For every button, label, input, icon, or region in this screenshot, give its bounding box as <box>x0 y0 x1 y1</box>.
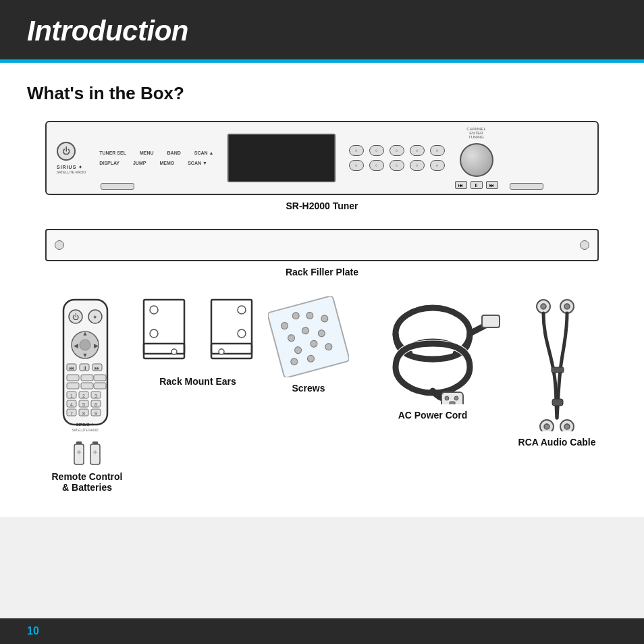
svg-text:4: 4 <box>70 402 73 407</box>
svg-text:SATELLITE RADIO: SATELLITE RADIO <box>72 429 99 432</box>
preset-4: ○ <box>410 145 425 156</box>
svg-rect-22 <box>94 383 106 389</box>
btn-display: DISPLAY <box>99 161 119 165</box>
svg-text:1: 1 <box>70 394 73 398</box>
svg-rect-88 <box>552 399 563 406</box>
page-title: Introduction <box>27 15 188 47</box>
btn-jump: JUMP <box>133 161 146 165</box>
preset-7: ○ <box>369 160 384 171</box>
tuner-container: SIRIUS ✦ SATELLITE RADIO TUNER SEL MENU … <box>27 121 617 222</box>
preset-1: ○ <box>349 145 364 156</box>
rack-ears-col: Rack Mount Ears <box>140 296 255 398</box>
main-content: What's in the Box? SIRIUS ✦ SATELLITE RA… <box>0 63 644 517</box>
sirius-logo: SIRIUS ✦ <box>57 165 83 170</box>
svg-text:9: 9 <box>95 411 97 416</box>
btn-menu: MENU <box>140 151 154 155</box>
rack-ears-label: Rack Mount Ears <box>159 376 236 387</box>
svg-text:6: 6 <box>95 402 97 407</box>
svg-text:⏭: ⏭ <box>95 365 100 371</box>
svg-rect-19 <box>94 375 106 381</box>
rack-screw-right <box>580 240 589 250</box>
svg-text:◀: ◀ <box>74 342 78 349</box>
rack-screw-left <box>55 240 64 250</box>
btn-memo: MEMO <box>159 161 174 165</box>
power-cord-label: AC Power Cord <box>398 410 468 421</box>
svg-point-6 <box>80 340 90 350</box>
preset-6: ○ <box>349 160 364 171</box>
tuner-presets: ○ ○ ○ ○ ○ ○ ○ ○ ○ ○ <box>349 145 445 171</box>
rack-filler-plate <box>45 229 599 261</box>
screws-col: Screws <box>255 296 362 404</box>
tuner-buttons: TUNER SEL MENU BAND SCAN ▲ DISPLAY JUMP … <box>99 151 213 165</box>
svg-point-58 <box>238 306 246 314</box>
svg-text:3: 3 <box>95 394 97 398</box>
svg-rect-57 <box>211 344 252 358</box>
tuner-main-knob <box>460 143 493 177</box>
svg-point-84 <box>541 304 546 309</box>
tuner-right-controls: CHANNELENTERTUNING ⏮ ⏸ ⏭ <box>455 127 498 189</box>
header-bar: Introduction <box>0 0 644 59</box>
preset-5: ○ <box>430 145 445 156</box>
svg-rect-18 <box>81 375 93 381</box>
screws-illustration <box>268 296 349 377</box>
tuner-illustration: SIRIUS ✦ SATELLITE RADIO TUNER SEL MENU … <box>45 121 599 195</box>
svg-text:5: 5 <box>82 402 85 407</box>
svg-rect-17 <box>67 375 79 381</box>
tuner-btn-row-1: TUNER SEL MENU BAND SCAN ▲ <box>99 151 213 155</box>
battery-1 <box>74 441 84 466</box>
rack-ears-illustration <box>140 296 255 371</box>
screws-label: Screws <box>292 383 325 394</box>
btn-scan-up: SCAN ▲ <box>194 151 214 155</box>
svg-text:✦: ✦ <box>92 314 98 321</box>
svg-point-81 <box>454 396 458 400</box>
tuner-display-screen <box>227 134 336 182</box>
btn-band: BAND <box>167 151 181 155</box>
preset-row-2: ○ ○ ○ ○ ○ <box>349 160 445 171</box>
tuner-left-section: SIRIUS ✦ SATELLITE RADIO <box>57 142 86 174</box>
svg-text:7: 7 <box>70 411 73 416</box>
svg-text:⏮: ⏮ <box>69 365 74 371</box>
remote-col: ⏻ ✦ ▲ ▼ ◀ ▶ ⏮ ⏸ ⏭ <box>34 296 140 504</box>
svg-rect-21 <box>81 383 93 389</box>
svg-point-59 <box>238 329 246 338</box>
svg-rect-87 <box>552 367 564 373</box>
rack-filler-container: Rack Filler Plate <box>27 229 617 288</box>
page-number: 10 <box>27 625 39 637</box>
preset-row-1: ○ ○ ○ ○ ○ <box>349 145 445 156</box>
remote-control-illustration: ⏻ ✦ ▲ ▼ ◀ ▶ ⏮ ⏸ ⏭ <box>57 296 117 438</box>
svg-point-80 <box>445 396 449 400</box>
btn-scan-down: SCAN ▼ <box>188 161 207 165</box>
svg-point-60 <box>219 349 224 354</box>
power-cord-illustration <box>362 296 504 404</box>
preset-8: ○ <box>390 160 404 171</box>
rca-cable-label: RCA Audio Cable <box>518 437 596 448</box>
svg-rect-52 <box>144 344 184 358</box>
svg-point-92 <box>564 424 570 429</box>
svg-text:SIRIUS ✦: SIRIUS ✦ <box>76 423 95 427</box>
preset-9: ○ <box>410 160 425 171</box>
svg-text:⏻: ⏻ <box>72 313 79 321</box>
preset-2: ○ <box>369 145 384 156</box>
svg-point-55 <box>171 349 177 354</box>
svg-text:2: 2 <box>82 394 85 398</box>
batteries <box>74 441 101 466</box>
btn-tuner-sel: TUNER SEL <box>99 151 126 155</box>
rca-col: RCA Audio Cable <box>504 296 610 458</box>
remote-label: Remote Control& Batteries <box>52 471 123 493</box>
rca-cable-illustration <box>523 296 591 431</box>
svg-text:▲: ▲ <box>82 330 88 337</box>
svg-point-54 <box>150 329 158 338</box>
footer-bar: 10 <box>0 618 644 644</box>
svg-text:⏸: ⏸ <box>82 365 87 371</box>
transport-prev: ⏮ <box>455 181 467 189</box>
svg-text:▶: ▶ <box>94 342 99 349</box>
preset-3: ○ <box>390 145 404 156</box>
svg-rect-78 <box>482 315 500 327</box>
tuner-channel-label: CHANNELENTERTUNING <box>466 127 486 139</box>
svg-point-53 <box>150 306 158 314</box>
tuner-foot-right <box>510 183 543 190</box>
power-cord-col: AC Power Cord <box>362 296 504 431</box>
tuner-label: SR-H2000 Tuner <box>286 200 358 211</box>
svg-text:8: 8 <box>82 411 85 416</box>
preset-10: ○ <box>430 160 445 171</box>
